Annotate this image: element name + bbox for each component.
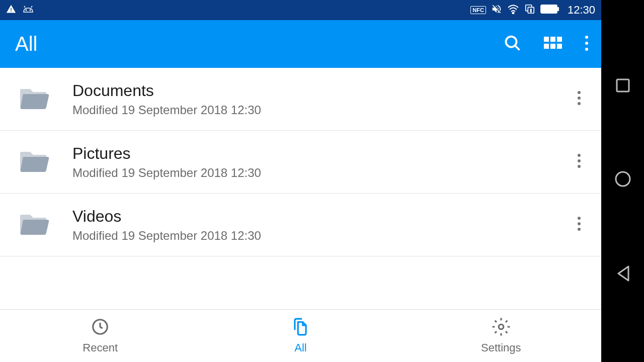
back-button[interactable] (615, 265, 630, 284)
nav-recent[interactable]: Recent (0, 310, 200, 362)
folder-list: Documents Modified 19 September 2018 12:… (0, 68, 601, 309)
nav-all[interactable]: All (200, 310, 400, 362)
svg-point-0 (26, 10, 27, 11)
recents-button[interactable] (615, 78, 630, 95)
wifi-icon (507, 4, 519, 16)
sim-icon: ! (524, 4, 535, 17)
system-nav-bar (601, 0, 644, 362)
svg-point-29 (578, 228, 581, 231)
nav-settings[interactable]: Settings (401, 310, 601, 362)
app-bar: All (0, 20, 601, 68)
nav-label: Recent (83, 341, 118, 354)
warning-icon (6, 4, 16, 16)
item-subtitle: Modified 19 September 2018 12:30 (72, 166, 569, 180)
svg-point-19 (585, 42, 588, 45)
svg-point-25 (578, 159, 581, 162)
svg-line-11 (515, 45, 520, 50)
svg-rect-16 (550, 44, 555, 49)
item-subtitle: Modified 19 September 2018 12:30 (72, 103, 569, 117)
item-subtitle: Modified 19 September 2018 12:30 (72, 229, 569, 243)
svg-rect-12 (544, 37, 549, 42)
svg-point-1 (30, 10, 31, 11)
item-more-icon[interactable] (569, 208, 589, 241)
android-icon (22, 5, 34, 15)
folder-icon (18, 85, 50, 113)
more-icon[interactable] (584, 35, 589, 54)
svg-point-4 (512, 13, 514, 14)
svg-point-10 (506, 36, 517, 47)
status-bar: NFC ! 12:30 (0, 0, 601, 20)
svg-rect-32 (617, 79, 629, 92)
folder-icon (18, 148, 50, 176)
svg-point-31 (499, 324, 504, 329)
svg-point-20 (585, 48, 588, 51)
svg-point-27 (578, 217, 581, 220)
nav-label: All (294, 341, 306, 354)
svg-rect-15 (544, 44, 549, 49)
files-icon (291, 317, 310, 338)
mute-icon (491, 4, 502, 17)
svg-text:!: ! (530, 8, 532, 13)
list-item[interactable]: Videos Modified 19 September 2018 12:30 (0, 194, 601, 256)
page-title: All (15, 33, 37, 55)
svg-rect-8 (541, 5, 557, 13)
home-button[interactable] (614, 170, 631, 190)
nav-label: Settings (481, 341, 521, 354)
svg-rect-13 (550, 37, 555, 42)
status-clock: 12:30 (568, 4, 595, 17)
svg-point-22 (578, 97, 581, 100)
search-icon[interactable] (504, 34, 522, 54)
svg-point-26 (578, 165, 581, 168)
svg-point-33 (616, 172, 630, 186)
svg-rect-9 (557, 7, 559, 11)
item-title: Documents (72, 81, 569, 100)
svg-point-21 (578, 91, 581, 94)
svg-line-3 (31, 6, 32, 8)
clock-icon (91, 317, 110, 338)
svg-point-24 (578, 154, 581, 157)
list-item[interactable]: Documents Modified 19 September 2018 12:… (0, 68, 601, 131)
svg-rect-17 (557, 44, 562, 49)
item-more-icon[interactable] (569, 145, 589, 178)
nfc-icon: NFC (470, 6, 486, 14)
svg-rect-14 (557, 37, 562, 42)
svg-line-2 (24, 6, 25, 8)
svg-point-18 (585, 36, 588, 39)
svg-point-23 (578, 102, 581, 105)
item-title: Videos (72, 207, 569, 226)
folder-icon (18, 211, 50, 239)
bottom-nav: Recent All Settings (0, 309, 601, 362)
grid-view-icon[interactable] (544, 36, 562, 53)
svg-point-28 (578, 222, 581, 225)
gear-icon (492, 317, 511, 338)
list-item[interactable]: Pictures Modified 19 September 2018 12:3… (0, 131, 601, 194)
item-more-icon[interactable] (569, 82, 589, 116)
item-title: Pictures (72, 144, 569, 163)
battery-icon (540, 4, 559, 16)
